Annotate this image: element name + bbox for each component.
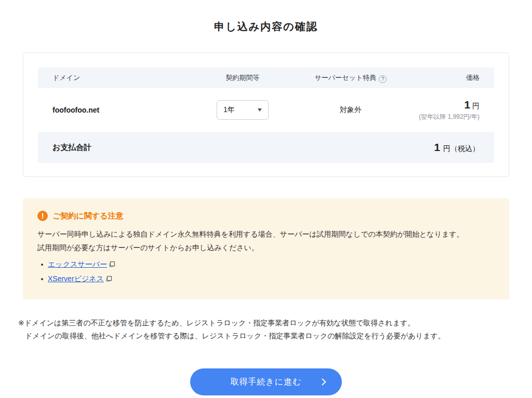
server-benefit-value: 対象外 [295,105,407,115]
table-row: foofoofoo.net 1年 対象外 1 円 (翌年以降 1,992円/年) [38,88,494,132]
proceed-button-label: 取得手続きに進む [230,377,301,388]
price-unit: 円 [472,102,480,110]
footnote-line-2: ドメインの取得後、他社へドメインを移管する際は、レジストラロック・指定事業者ロッ… [18,330,509,343]
order-table-header: ドメイン 契約期間等 サーバーセット特典? 価格 [38,67,494,88]
order-summary-card: ドメイン 契約期間等 サーバーセット特典? 価格 foofoofoo.net 1… [23,52,509,177]
notice-line: 試用期間が必要な方はサーバーのサイトからお申し込みください。 [37,241,495,255]
external-link-icon [105,276,112,284]
period-select-value: 1年 [223,105,235,115]
server-links-list: エックスサーバー XServerビジネス [37,258,495,287]
link-xserver[interactable]: エックスサーバー [48,260,107,268]
notice-body: サーバー同時申し込みによる独自ドメイン永久無料特典を利用する場合、サーバーは試用… [37,228,495,255]
footnote-line-1: ※ドメインは第三者の不正な移管を防止するため、レジストラロック・指定事業者ロック… [18,317,509,330]
notice-line: サーバー同時申し込みによる独自ドメイン永久無料特典を利用する場合、サーバーは試用… [37,228,495,241]
external-link-icon [109,261,115,269]
price-renewal-note: (翌年以降 1,992円/年) [407,113,480,121]
registrar-lock-footnote: ※ドメインは第三者の不正な移管を防止するため、レジストラロック・指定事業者ロック… [18,317,509,344]
proceed-button[interactable]: 取得手続きに進む [190,368,342,395]
header-domain: ドメイン [52,73,191,83]
link-xserver-business[interactable]: XServerビジネス [48,275,104,283]
total-label: お支払合計 [52,143,91,153]
period-select[interactable]: 1年 [217,100,269,120]
price-cell: 1 円 (翌年以降 1,992円/年) [407,99,480,121]
list-item: XServerビジネス [37,272,495,287]
domain-name: foofoofoo.net [52,106,191,114]
page-title: 申し込み内容の確認 [0,20,532,34]
contract-notice-box: ! ご契約に関する注意 サーバー同時申し込みによる独自ドメイン永久無料特典を利用… [23,198,509,299]
total-amount: 1 [434,141,440,153]
total-value: 1 円（税込） [434,141,480,154]
notice-title: ご契約に関する注意 [52,211,123,221]
header-price: 価格 [407,73,480,83]
alert-icon: ! [37,211,48,221]
chevron-right-icon [322,378,326,386]
total-row: お支払合計 1 円（税込） [38,132,494,163]
price-amount: 1 [464,99,470,111]
header-server-benefit: サーバーセット特典? [295,73,407,83]
help-icon[interactable]: ? [379,75,387,83]
total-unit: 円（税込） [443,144,480,153]
header-period: 契約期間等 [191,73,295,83]
list-item: エックスサーバー [37,258,495,272]
chevron-down-icon [258,108,262,112]
